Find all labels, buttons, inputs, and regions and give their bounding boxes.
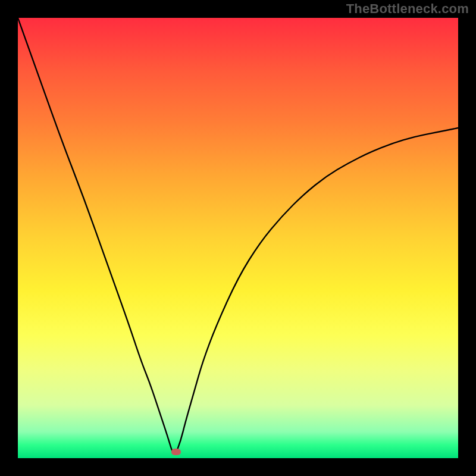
optimal-point-marker xyxy=(171,449,181,455)
attribution-text: TheBottleneck.com xyxy=(346,1,469,17)
chart-frame: TheBottleneck.com xyxy=(0,0,476,476)
curve-svg xyxy=(18,18,458,458)
plot-area xyxy=(18,18,458,458)
bottleneck-curve-path xyxy=(18,18,458,453)
